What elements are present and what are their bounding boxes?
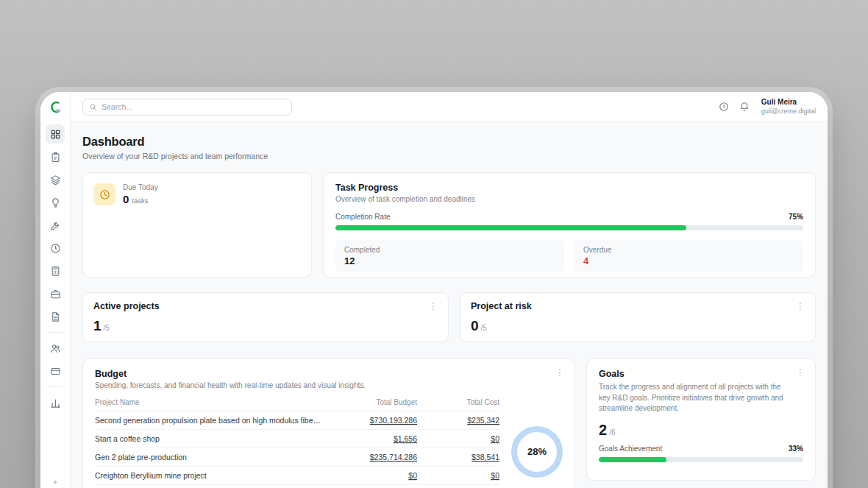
budget-card: Budget ⋮ Spending, forecasts, and financ… (82, 358, 575, 488)
completion-progressbar (335, 225, 803, 230)
due-today-card: Due Today 0 tasks (82, 172, 312, 277)
active-projects-title: Active projects (93, 301, 438, 311)
sidebar-item-ideas[interactable] (46, 193, 65, 212)
total-cost-value[interactable]: $0 (491, 434, 499, 444)
table-row[interactable]: Start a coffee shop $1,656 $0 (95, 430, 499, 448)
search-box[interactable] (82, 99, 292, 116)
user-name: Guli Meira (761, 98, 816, 107)
project-name: Second generation propulsion plate based… (95, 416, 327, 425)
goals-achievement-value: 33% (789, 445, 803, 453)
project-at-risk-total: /5 (481, 324, 487, 332)
completed-stat: Completed 12 (335, 240, 564, 272)
sidebar-item-tasks[interactable] (46, 147, 65, 166)
user-email: guli@creme.digital (761, 107, 816, 116)
goals-card: Goals ⋮ Track the progress and alignment… (586, 358, 816, 481)
active-projects-card: Active projects ⋮ 1 /5 (82, 292, 449, 342)
wrench-icon (50, 220, 61, 231)
project-at-risk-title: Project at risk (471, 301, 805, 311)
goals-title: Goals (599, 369, 803, 379)
task-progress-title: Task Progress (335, 183, 803, 193)
completion-rate-label: Completion Rate (335, 213, 390, 221)
project-at-risk-card: Project at risk ⋮ 0 /5 (460, 292, 816, 342)
project-name: Gen 2 plate pre-production (95, 453, 327, 462)
completed-label: Completed (344, 246, 555, 254)
task-progress-card: Task Progress Overview of task completio… (323, 172, 816, 277)
budget-donut-value: 28% (527, 446, 547, 457)
kebab-menu-icon[interactable]: ⋮ (426, 300, 441, 312)
kebab-menu-icon[interactable]: ⋮ (793, 367, 808, 378)
due-clock-icon (93, 183, 115, 205)
sidebar-item-projects[interactable] (46, 170, 65, 189)
sidebar-item-calculator[interactable] (46, 261, 65, 280)
bell-icon[interactable] (739, 102, 750, 112)
kebab-menu-icon[interactable]: ⋮ (552, 367, 567, 378)
col-project-name: Project Name (95, 398, 327, 406)
history-icon[interactable] (719, 102, 729, 112)
users-icon (50, 343, 61, 354)
budget-donut-chart: 28% (511, 426, 563, 478)
total-cost-value[interactable]: $38,541 (472, 453, 499, 462)
overdue-value: 4 (583, 255, 794, 266)
completion-rate-value: 75% (789, 213, 803, 221)
app-logo-icon[interactable] (49, 100, 63, 117)
search-icon (89, 103, 97, 111)
table-row[interactable]: Creighton Beryllium mine project $0 $0 (95, 467, 499, 485)
project-at-risk-value: 0 (471, 318, 479, 334)
sidebar-item-tools[interactable] (46, 216, 65, 235)
page-title: Dashboard (82, 135, 816, 149)
bar-chart-icon (50, 397, 61, 409)
goals-achievement-label: Goals Achievement (599, 445, 662, 453)
total-budget-value[interactable]: $730,193.286 (370, 416, 417, 425)
budget-subtitle: Spending, forecasts, and financial healt… (95, 381, 563, 389)
total-cost-value[interactable]: $0 (491, 471, 499, 481)
completed-value: 12 (344, 255, 555, 266)
user-menu[interactable]: Guli Meira guli@creme.digital (761, 98, 816, 116)
more-projects-link[interactable]: +1 more projects (95, 485, 499, 488)
total-budget-value[interactable]: $0 (408, 471, 417, 481)
budget-table-header: Project Name Total Budget Total Cost (95, 398, 499, 411)
page-content: Dashboard Overview of your R&D projects … (71, 122, 828, 488)
clipboard-icon (50, 152, 61, 163)
col-total-budget: Total Budget (327, 398, 417, 406)
kebab-menu-icon[interactable]: ⋮ (793, 300, 808, 312)
sidebar-item-team[interactable] (46, 339, 65, 358)
goals-progressbar (599, 457, 803, 462)
due-today-value: 0 (123, 193, 129, 205)
sidebar: V1.0 (40, 92, 71, 488)
sidebar-item-dashboard[interactable] (46, 124, 65, 144)
sidebar-item-time[interactable] (46, 238, 65, 258)
col-total-cost: Total Cost (417, 398, 499, 406)
sidebar-item-reports[interactable] (46, 393, 65, 412)
sidebar-item-portfolio[interactable] (46, 284, 65, 303)
layers-icon (50, 174, 61, 185)
active-projects-value: 1 (93, 318, 102, 334)
total-cost-value[interactable]: $235,342 (467, 416, 499, 425)
search-input[interactable] (102, 102, 285, 111)
completion-progressbar-fill (335, 225, 686, 230)
project-name: Start a coffee shop (95, 434, 327, 443)
sidebar-divider (47, 332, 63, 333)
budget-table: Project Name Total Budget Total Cost Sec… (95, 398, 499, 488)
app-window: V1.0 Guli Meira (40, 92, 828, 488)
sidebar-item-billing[interactable] (46, 361, 65, 381)
table-row[interactable]: Second generation propulsion plate based… (95, 411, 499, 430)
main-area: Guli Meira guli@creme.digital Dashboard … (71, 92, 828, 488)
sidebar-item-documents[interactable] (46, 307, 65, 326)
active-projects-total: /5 (104, 324, 110, 332)
total-budget-value[interactable]: $1,656 (394, 434, 417, 444)
sidebar-divider (47, 386, 63, 387)
overdue-stat: Overdue 4 (574, 240, 803, 272)
sidebar-footer: V1.0 (49, 481, 61, 488)
total-budget-value[interactable]: $235,714.286 (370, 453, 417, 462)
file-icon (50, 311, 61, 322)
budget-title: Budget (95, 369, 563, 379)
overdue-label: Overdue (583, 246, 794, 254)
lightbulb-icon (50, 197, 61, 208)
clock-icon (50, 243, 61, 254)
project-name: Creighton Beryllium mine project (95, 471, 327, 480)
due-today-label: Due Today (123, 183, 158, 191)
credit-card-icon (50, 366, 61, 377)
table-row[interactable]: Gen 2 plate pre-production $235,714.286 … (95, 448, 499, 467)
due-today-unit: tasks (132, 197, 148, 205)
dashboard-grid-icon (50, 129, 61, 140)
